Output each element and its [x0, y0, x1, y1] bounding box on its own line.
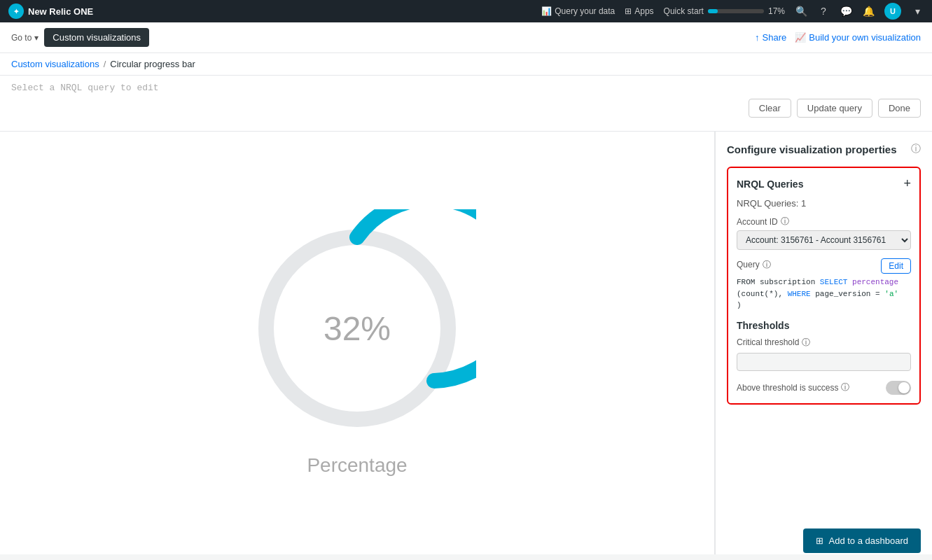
breadcrumb-separator: /: [104, 59, 106, 69]
quick-start: Quick start 17%: [664, 6, 785, 16]
top-nav-right: 📊 Query your data ⊞ Apps Quick start 17%…: [541, 3, 924, 20]
above-threshold-toggle[interactable]: [886, 381, 911, 395]
query-your-data-label: Query your data: [555, 6, 615, 16]
build-icon: 📈: [795, 32, 806, 43]
query-your-data-link[interactable]: 📊 Query your data: [541, 6, 615, 16]
add-to-dashboard-button[interactable]: ⊞ Add to a dashboard: [803, 528, 921, 553]
help-icon[interactable]: ?: [817, 5, 830, 18]
search-icon[interactable]: 🔍: [795, 5, 807, 18]
query-editor: Select a NRQL query to edit Clear Update…: [0, 76, 932, 132]
build-label: Build your own visualization: [809, 32, 921, 43]
query-text: FROM subscription SELECT percentage (cou…: [737, 276, 911, 312]
share-button[interactable]: ↑ Share: [755, 32, 786, 43]
apps-icon: ⊞: [625, 6, 632, 16]
nrql-section-title: NRQL Queries: [737, 178, 803, 190]
config-header: Configure visualization properties ⓘ: [727, 143, 921, 155]
account-id-info-icon[interactable]: ⓘ: [781, 216, 789, 227]
share-label: Share: [763, 32, 787, 43]
build-visualization-button[interactable]: 📈 Build your own visualization: [795, 32, 921, 43]
toolbar-right: ↑ Share 📈 Build your own visualization: [755, 32, 921, 43]
query-field-label: Query ⓘ: [737, 259, 771, 271]
account-id-label: Account ID ⓘ: [737, 216, 911, 227]
edit-query-button[interactable]: Edit: [881, 258, 911, 274]
thresholds-title: Thresholds: [737, 320, 911, 331]
account-select-wrapper: Account: 3156761 - Account 3156761: [737, 230, 911, 250]
top-nav-left: ✦ New Relic ONE: [8, 4, 93, 19]
quick-start-label: Quick start: [664, 6, 704, 16]
config-info-icon[interactable]: ⓘ: [911, 143, 921, 155]
goto-label: Go to: [11, 33, 32, 43]
toolbar-left: Go to ▾ Custom visualizations: [11, 28, 149, 47]
update-query-button[interactable]: Update query: [797, 99, 872, 118]
user-avatar[interactable]: U: [884, 3, 901, 20]
add-nrql-icon[interactable]: +: [903, 176, 911, 191]
above-threshold-row: Above threshold is success ⓘ: [737, 381, 911, 395]
critical-threshold-input[interactable]: [737, 353, 911, 371]
query-info-icon[interactable]: ⓘ: [763, 259, 771, 271]
critical-info-icon[interactable]: ⓘ: [802, 337, 810, 349]
query-actions: Clear Update query Done: [11, 99, 921, 118]
clear-button[interactable]: Clear: [749, 99, 791, 118]
apps-link[interactable]: ⊞ Apps: [625, 6, 653, 16]
circular-chart-wrapper: 32% Percentage: [0, 132, 714, 554]
nrql-count: NRQL Queries: 1: [737, 198, 911, 209]
thresholds-section: Thresholds Critical threshold ⓘ Above th…: [737, 320, 911, 395]
query-placeholder[interactable]: Select a NRQL query to edit: [11, 83, 921, 93]
breadcrumb-parent[interactable]: Custom visualizations: [11, 59, 99, 69]
critical-threshold-label: Critical threshold ⓘ: [737, 337, 911, 349]
nrql-section-header: NRQL Queries +: [737, 176, 911, 191]
chart-icon: 📊: [541, 6, 552, 16]
notifications-icon[interactable]: 🔔: [862, 5, 875, 18]
logo: ✦ New Relic ONE: [8, 4, 93, 19]
config-title: Configure visualization properties: [727, 144, 897, 155]
apps-label: Apps: [634, 6, 653, 16]
logo-icon: ✦: [8, 4, 24, 19]
logo-text: ✦: [13, 8, 19, 15]
toolbar: Go to ▾ Custom visualizations ↑ Share 📈 …: [0, 22, 932, 53]
chart-label: Percentage: [307, 454, 407, 477]
share-icon: ↑: [755, 32, 760, 43]
bottom-bar: ⊞ Add to a dashboard: [0, 522, 932, 554]
goto-chevron: ▾: [34, 33, 39, 43]
query-label-row: Query ⓘ Edit: [737, 258, 911, 274]
app-name: New Relic ONE: [28, 6, 93, 17]
quick-start-progress-bg: [708, 9, 764, 13]
toggle-knob: [898, 382, 910, 393]
add-dashboard-icon: ⊞: [816, 536, 823, 546]
quick-start-progress-fill: [708, 9, 718, 13]
above-threshold-label: Above threshold is success ⓘ: [737, 382, 880, 393]
feedback-icon[interactable]: 💬: [840, 5, 852, 18]
add-dashboard-label: Add to a dashboard: [829, 536, 908, 546]
custom-visualizations-button[interactable]: Custom visualizations: [44, 28, 149, 47]
quick-start-percent: 17%: [768, 6, 785, 16]
top-nav: ✦ New Relic ONE 📊 Query your data ⊞ Apps…: [0, 0, 932, 22]
nrql-section: NRQL Queries + NRQL Queries: 1 Account I…: [727, 167, 921, 405]
breadcrumb: Custom visualizations / Circular progres…: [0, 53, 932, 76]
user-menu-chevron[interactable]: ▾: [911, 5, 924, 18]
goto-button[interactable]: Go to ▾: [11, 33, 39, 43]
circular-chart-container: 32%: [238, 209, 476, 447]
main-content: 32% Percentage Configure visualization p…: [0, 132, 932, 554]
above-threshold-info-icon[interactable]: ⓘ: [841, 382, 849, 393]
percentage-text: 32%: [324, 309, 391, 348]
breadcrumb-current: Circular progress bar: [110, 59, 195, 69]
done-button[interactable]: Done: [878, 99, 921, 118]
visualization-panel: 32% Percentage: [0, 132, 715, 554]
account-select[interactable]: Account: 3156761 - Account 3156761: [737, 230, 911, 250]
config-panel: Configure visualization properties ⓘ NRQ…: [715, 132, 932, 554]
